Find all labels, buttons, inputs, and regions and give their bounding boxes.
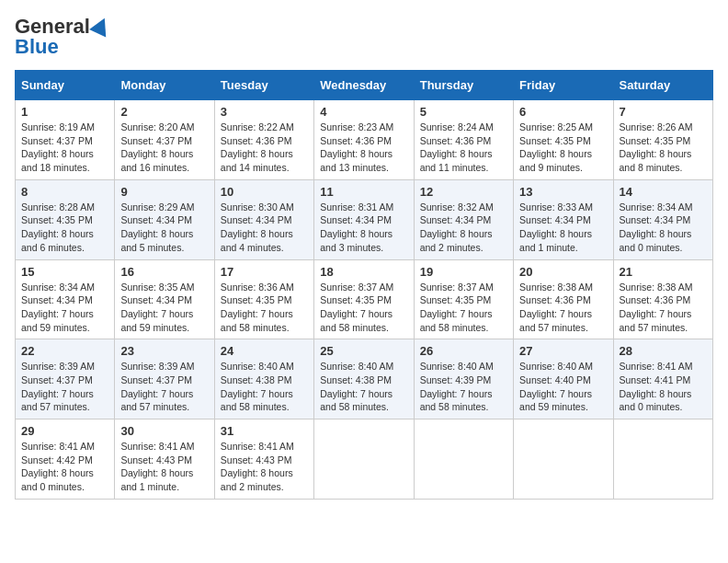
day-detail: Sunrise: 8:40 AM Sunset: 4:39 PM Dayligh… <box>420 360 507 414</box>
col-header-tuesday: Tuesday <box>214 71 313 100</box>
day-detail: Sunrise: 8:24 AM Sunset: 4:36 PM Dayligh… <box>420 121 507 175</box>
day-number: 15 <box>21 265 108 279</box>
day-number: 4 <box>320 105 407 119</box>
day-detail: Sunrise: 8:41 AM Sunset: 4:43 PM Dayligh… <box>120 440 208 494</box>
day-detail: Sunrise: 8:33 AM Sunset: 4:34 PM Dayligh… <box>519 201 607 255</box>
day-cell-5: 5 Sunrise: 8:24 AM Sunset: 4:36 PM Dayli… <box>414 100 513 180</box>
day-detail: Sunrise: 8:30 AM Sunset: 4:34 PM Dayligh… <box>221 201 308 255</box>
day-cell-6: 6 Sunrise: 8:25 AM Sunset: 4:35 PM Dayli… <box>514 100 613 180</box>
day-cell-20: 20 Sunrise: 8:38 AM Sunset: 4:36 PM Dayl… <box>514 259 613 339</box>
day-cell-13: 13 Sunrise: 8:33 AM Sunset: 4:34 PM Dayl… <box>514 179 613 259</box>
logo-triangle-icon <box>89 15 113 38</box>
day-number: 28 <box>620 344 707 358</box>
day-number: 2 <box>120 105 208 119</box>
day-detail: Sunrise: 8:34 AM Sunset: 4:34 PM Dayligh… <box>620 201 707 255</box>
day-cell-15: 15 Sunrise: 8:34 AM Sunset: 4:34 PM Dayl… <box>16 259 115 339</box>
day-cell-4: 4 Sunrise: 8:23 AM Sunset: 4:36 PM Dayli… <box>314 100 414 180</box>
day-cell-31: 31 Sunrise: 8:41 AM Sunset: 4:43 PM Dayl… <box>214 419 313 500</box>
day-number: 11 <box>320 185 407 199</box>
day-number: 8 <box>21 185 108 199</box>
day-cell-29: 29 Sunrise: 8:41 AM Sunset: 4:42 PM Dayl… <box>16 419 115 500</box>
day-number: 25 <box>320 344 407 358</box>
day-cell-14: 14 Sunrise: 8:34 AM Sunset: 4:34 PM Dayl… <box>613 179 712 259</box>
day-cell-11: 11 Sunrise: 8:31 AM Sunset: 4:34 PM Dayl… <box>314 179 414 259</box>
day-number: 5 <box>420 105 507 119</box>
day-cell-28: 28 Sunrise: 8:41 AM Sunset: 4:41 PM Dayl… <box>613 339 712 419</box>
day-number: 1 <box>21 105 108 119</box>
day-cell-25: 25 Sunrise: 8:40 AM Sunset: 4:38 PM Dayl… <box>314 339 414 419</box>
day-detail: Sunrise: 8:40 AM Sunset: 4:38 PM Dayligh… <box>221 360 308 414</box>
day-number: 18 <box>320 265 407 279</box>
day-detail: Sunrise: 8:41 AM Sunset: 4:42 PM Dayligh… <box>21 440 108 494</box>
day-detail: Sunrise: 8:32 AM Sunset: 4:34 PM Dayligh… <box>420 201 507 255</box>
day-number: 16 <box>120 265 208 279</box>
day-detail: Sunrise: 8:20 AM Sunset: 4:37 PM Dayligh… <box>120 121 208 175</box>
day-number: 22 <box>21 344 108 358</box>
day-number: 19 <box>420 265 507 279</box>
col-header-thursday: Thursday <box>414 71 513 100</box>
day-detail: Sunrise: 8:41 AM Sunset: 4:43 PM Dayligh… <box>221 440 308 494</box>
day-detail: Sunrise: 8:38 AM Sunset: 4:36 PM Dayligh… <box>620 281 707 335</box>
day-number: 13 <box>519 185 607 199</box>
day-cell-16: 16 Sunrise: 8:35 AM Sunset: 4:34 PM Dayl… <box>115 259 214 339</box>
day-detail: Sunrise: 8:23 AM Sunset: 4:36 PM Dayligh… <box>320 121 407 175</box>
day-detail: Sunrise: 8:29 AM Sunset: 4:34 PM Dayligh… <box>120 201 208 255</box>
day-cell-17: 17 Sunrise: 8:36 AM Sunset: 4:35 PM Dayl… <box>214 259 313 339</box>
col-header-wednesday: Wednesday <box>314 71 414 100</box>
day-number: 21 <box>620 265 707 279</box>
calendar-row-1: 1 Sunrise: 8:19 AM Sunset: 4:37 PM Dayli… <box>16 100 713 180</box>
day-detail: Sunrise: 8:37 AM Sunset: 4:35 PM Dayligh… <box>420 281 507 335</box>
day-number: 14 <box>620 185 707 199</box>
day-detail: Sunrise: 8:28 AM Sunset: 4:35 PM Dayligh… <box>21 201 108 255</box>
day-cell-21: 21 Sunrise: 8:38 AM Sunset: 4:36 PM Dayl… <box>613 259 712 339</box>
day-cell-3: 3 Sunrise: 8:22 AM Sunset: 4:36 PM Dayli… <box>214 100 313 180</box>
day-number: 7 <box>620 105 707 119</box>
day-cell-27: 27 Sunrise: 8:40 AM Sunset: 4:40 PM Dayl… <box>514 339 613 419</box>
day-cell-24: 24 Sunrise: 8:40 AM Sunset: 4:38 PM Dayl… <box>214 339 313 419</box>
empty-cell <box>514 419 613 500</box>
col-header-sunday: Sunday <box>16 71 115 100</box>
day-cell-19: 19 Sunrise: 8:37 AM Sunset: 4:35 PM Dayl… <box>414 259 513 339</box>
day-number: 17 <box>221 265 308 279</box>
col-header-saturday: Saturday <box>613 71 712 100</box>
day-cell-7: 7 Sunrise: 8:26 AM Sunset: 4:35 PM Dayli… <box>613 100 712 180</box>
day-cell-30: 30 Sunrise: 8:41 AM Sunset: 4:43 PM Dayl… <box>115 419 214 500</box>
day-detail: Sunrise: 8:34 AM Sunset: 4:34 PM Dayligh… <box>21 281 108 335</box>
col-header-friday: Friday <box>514 71 613 100</box>
empty-cell <box>414 419 513 500</box>
page-header: General Blue <box>15 15 713 59</box>
day-cell-1: 1 Sunrise: 8:19 AM Sunset: 4:37 PM Dayli… <box>16 100 115 180</box>
day-number: 27 <box>519 344 607 358</box>
day-number: 10 <box>221 185 308 199</box>
day-number: 20 <box>519 265 607 279</box>
day-number: 23 <box>120 344 208 358</box>
day-number: 24 <box>221 344 308 358</box>
day-number: 6 <box>519 105 607 119</box>
day-detail: Sunrise: 8:26 AM Sunset: 4:35 PM Dayligh… <box>620 121 707 175</box>
day-detail: Sunrise: 8:39 AM Sunset: 4:37 PM Dayligh… <box>21 360 108 414</box>
day-cell-22: 22 Sunrise: 8:39 AM Sunset: 4:37 PM Dayl… <box>16 339 115 419</box>
col-header-monday: Monday <box>115 71 214 100</box>
day-detail: Sunrise: 8:25 AM Sunset: 4:35 PM Dayligh… <box>519 121 607 175</box>
day-cell-10: 10 Sunrise: 8:30 AM Sunset: 4:34 PM Dayl… <box>214 179 313 259</box>
day-detail: Sunrise: 8:19 AM Sunset: 4:37 PM Dayligh… <box>21 121 108 175</box>
calendar-table: SundayMondayTuesdayWednesdayThursdayFrid… <box>15 70 713 500</box>
day-detail: Sunrise: 8:40 AM Sunset: 4:40 PM Dayligh… <box>519 360 607 414</box>
day-cell-12: 12 Sunrise: 8:32 AM Sunset: 4:34 PM Dayl… <box>414 179 513 259</box>
day-detail: Sunrise: 8:38 AM Sunset: 4:36 PM Dayligh… <box>519 281 607 335</box>
day-detail: Sunrise: 8:37 AM Sunset: 4:35 PM Dayligh… <box>320 281 407 335</box>
day-number: 30 <box>120 424 208 438</box>
day-number: 3 <box>221 105 308 119</box>
day-cell-26: 26 Sunrise: 8:40 AM Sunset: 4:39 PM Dayl… <box>414 339 513 419</box>
day-cell-8: 8 Sunrise: 8:28 AM Sunset: 4:35 PM Dayli… <box>16 179 115 259</box>
day-number: 9 <box>120 185 208 199</box>
day-detail: Sunrise: 8:41 AM Sunset: 4:41 PM Dayligh… <box>620 360 707 414</box>
day-detail: Sunrise: 8:39 AM Sunset: 4:37 PM Dayligh… <box>120 360 208 414</box>
day-number: 29 <box>21 424 108 438</box>
calendar-row-3: 15 Sunrise: 8:34 AM Sunset: 4:34 PM Dayl… <box>16 259 713 339</box>
empty-cell <box>613 419 712 500</box>
logo-blue-text: Blue <box>15 35 59 59</box>
day-detail: Sunrise: 8:40 AM Sunset: 4:38 PM Dayligh… <box>320 360 407 414</box>
logo: General Blue <box>15 15 110 59</box>
day-cell-9: 9 Sunrise: 8:29 AM Sunset: 4:34 PM Dayli… <box>115 179 214 259</box>
